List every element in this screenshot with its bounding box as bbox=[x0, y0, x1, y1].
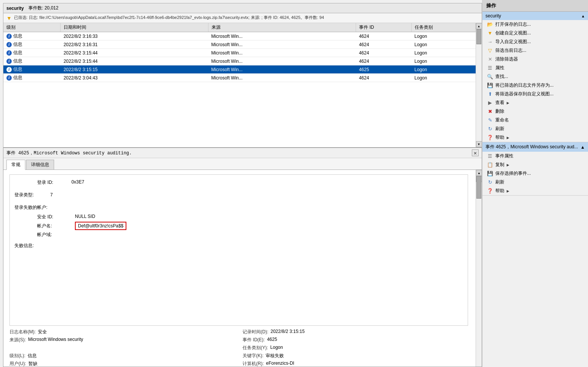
cell-datetime: 2022/8/2 3:16:33 bbox=[61, 32, 208, 40]
event-properties-icon: ☰ bbox=[487, 153, 493, 159]
cell-level: i信息 bbox=[3, 32, 61, 40]
cell-level: i信息 bbox=[3, 65, 61, 74]
sidebar-item-创建自定义视图...[interactable]: ▼ 创建自定义视图... bbox=[482, 29, 588, 37]
sidebar-section-event-expand: ▲ bbox=[580, 145, 585, 150]
col-eventid: 事件 ID bbox=[356, 23, 412, 32]
tab-details[interactable]: 详细信息 bbox=[26, 160, 54, 170]
sidebar-item-label: 帮助 bbox=[495, 134, 504, 141]
table-row[interactable]: i信息2022/8/2 3:16:31Microsoft Win...4624L… bbox=[3, 40, 476, 49]
cell-task: Logon bbox=[411, 32, 475, 40]
cell-event_id: 4624 bbox=[356, 32, 412, 40]
chevron-right-icon: ▶ bbox=[507, 189, 509, 193]
sidebar-section-event-title[interactable]: 事件 4625，Microsoft Windows security aud..… bbox=[482, 142, 588, 152]
sidebar-section-security-expand: ▲ bbox=[581, 14, 585, 18]
recorded-pair: 记录时间(D): 2022/8/2 3:15:15 bbox=[243, 329, 476, 335]
sidebar-section-security-title[interactable]: security ▲ bbox=[482, 12, 588, 20]
sidebar-item-打开保存的日志...[interactable]: 📂 打开保存的日志... bbox=[482, 20, 588, 29]
failure-info-label: 失败信息: bbox=[14, 243, 34, 248]
log-name-value: 安全 bbox=[38, 329, 47, 335]
refresh2-icon: ↻ bbox=[487, 179, 493, 185]
scroll-down[interactable]: ▼ bbox=[476, 141, 482, 147]
right-sidebar: 操作 security ▲ 📂 打开保存的日志... ▼ 创建自定义视图... … bbox=[482, 0, 588, 367]
detail-scroll-up[interactable]: ▲ bbox=[476, 170, 482, 176]
cell-task: Logon bbox=[411, 65, 475, 74]
info-icon: i bbox=[6, 50, 12, 56]
source-value: Microsoft Windows security bbox=[28, 337, 83, 343]
sidebar-item-保存选择的事件...[interactable]: 💾 保存选择的事件... bbox=[482, 169, 588, 178]
sidebar-item-label: 删除 bbox=[495, 108, 504, 115]
table-scrollbar[interactable]: ▲ ▼ bbox=[476, 23, 482, 147]
folder-open-icon: 📂 bbox=[487, 22, 493, 28]
cell-task: Logon bbox=[411, 74, 475, 82]
cell-level: i信息 bbox=[3, 49, 61, 57]
filter-icon: ▼ bbox=[6, 15, 12, 21]
account-name-row: 帐户名: Def@ultf0r3nz!csPa$$ bbox=[37, 222, 459, 230]
col-level: 级别 bbox=[3, 23, 61, 32]
sidebar-item-刷新[interactable]: ↻ 刷新 bbox=[482, 178, 588, 187]
info-icon: i bbox=[6, 75, 12, 81]
filter-text: 已筛选: 日志: file://C:\Users\sugob\AppData\L… bbox=[14, 15, 324, 20]
scroll-up[interactable]: ▲ bbox=[476, 23, 482, 29]
event-count: 事件数: 20,012 bbox=[28, 5, 58, 11]
sidebar-item-查看[interactable]: ▶ 查看 ▶ bbox=[482, 98, 588, 107]
sidebar-item-筛选当前日志...[interactable]: ▽ 筛选当前日志... bbox=[482, 46, 588, 55]
sidebar-section-security-label: security bbox=[485, 13, 501, 19]
detail-close-button[interactable]: ✕ bbox=[472, 149, 479, 156]
detail-tabs: 常规 详细信息 bbox=[3, 158, 482, 170]
sidebar-item-属性[interactable]: ☰ 属性 bbox=[482, 64, 588, 72]
cell-datetime: 2022/8/2 3:15:44 bbox=[61, 49, 208, 57]
cell-event_id: 4624 bbox=[356, 40, 412, 49]
sidebar-item-查找...[interactable]: 🔍 查找... bbox=[482, 72, 588, 81]
table-row[interactable]: i信息2022/8/2 3:16:33Microsoft Win...4624L… bbox=[3, 32, 476, 40]
info-icon: i bbox=[6, 42, 12, 47]
sidebar-item-label: 帮助 bbox=[495, 188, 504, 194]
event-table: 级别 日期和时间 来源 事件 ID 任务类别 i信息2022/8/2 3:16:… bbox=[3, 23, 476, 147]
sidebar-item-将已筛选的日志文件另存为...[interactable]: 💾 将已筛选的日志文件另存为... bbox=[482, 81, 588, 90]
source-pair: 来源(S): Microsoft Windows security bbox=[9, 337, 243, 343]
detail-content: 登录 ID: 0x3E7 登录类型: 7 登录失败的帐户: 安全 ID: NUL… bbox=[3, 170, 482, 367]
table-row[interactable]: i信息2022/8/2 3:15:44Microsoft Win...4624L… bbox=[3, 49, 476, 57]
account-domain-row: 帐户域: bbox=[37, 232, 459, 238]
logon-id-row: 登录 ID: 0x3E7 bbox=[14, 179, 459, 186]
table-row[interactable]: i信息2022/8/2 3:15:44Microsoft Win...4624L… bbox=[3, 57, 476, 65]
info-icon: i bbox=[6, 59, 12, 64]
level-label: 级别(L): bbox=[9, 353, 25, 359]
sidebar-item-将筛选器保存到自定义视图...[interactable]: ⬆ 将筛选器保存到自定义视图... bbox=[482, 90, 588, 98]
detail-scrollbar[interactable]: ▲ ▼ bbox=[476, 170, 482, 367]
table-row[interactable]: i信息2022/8/2 3:15:15Microsoft Win...4625L… bbox=[3, 65, 476, 74]
filter-create-icon: ▼ bbox=[487, 30, 493, 36]
delete-icon: ✖ bbox=[487, 109, 493, 115]
sidebar-item-label: 事件属性 bbox=[495, 153, 513, 159]
log-title: security bbox=[6, 6, 24, 11]
recorded-label: 记录时间(D): bbox=[243, 329, 268, 335]
help-icon: ❓ bbox=[487, 135, 493, 141]
sidebar-item-删除[interactable]: ✖ 删除 bbox=[482, 107, 588, 116]
sidebar-item-帮助[interactable]: ❓ 帮助 ▶ bbox=[482, 187, 588, 195]
sidebar-item-清除筛选器[interactable]: ✕ 清除筛选器 bbox=[482, 55, 588, 64]
table-row[interactable]: i信息2022/8/2 3:04:43Microsoft Win...4624L… bbox=[3, 74, 476, 82]
tab-general[interactable]: 常规 bbox=[6, 160, 25, 170]
cell-event_id: 4624 bbox=[356, 49, 412, 57]
sidebar-item-刷新[interactable]: ↻ 刷新 bbox=[482, 124, 588, 133]
sidebar-item-帮助[interactable]: ❓ 帮助 ▶ bbox=[482, 133, 588, 142]
cell-source: Microsoft Win... bbox=[208, 57, 356, 65]
logon-id-label: 登录 ID: bbox=[14, 179, 53, 186]
copy-icon: 📋 bbox=[487, 162, 493, 168]
security-id-value: NULL SID bbox=[60, 214, 95, 220]
cell-datetime: 2022/8/2 3:15:15 bbox=[61, 65, 208, 74]
cell-task: Logon bbox=[411, 40, 475, 49]
sidebar-item-重命名[interactable]: ✎ 重命名 bbox=[482, 116, 588, 124]
account-name-value: Def@ultf0r3nz!csPa$$ bbox=[75, 222, 126, 230]
chevron-right-icon: ▶ bbox=[507, 136, 509, 140]
failure-info-row: 失败信息: bbox=[14, 243, 459, 249]
logon-id-value: 0x3E7 bbox=[62, 179, 84, 186]
detail-panel: 事件 4625，Microsoft Windows security audit… bbox=[3, 148, 482, 367]
view-icon: ▶ bbox=[487, 100, 493, 106]
sidebar-item-复制[interactable]: 📋 复制 ▶ bbox=[482, 160, 588, 169]
import-icon: → bbox=[487, 39, 493, 45]
cell-datetime: 2022/8/2 3:16:31 bbox=[61, 40, 208, 49]
sidebar-item-事件属性[interactable]: ☰ 事件属性 bbox=[482, 152, 588, 160]
sidebar-item-导入自定义视图...[interactable]: → 导入自定义视图... bbox=[482, 37, 588, 46]
level-value: 信息 bbox=[28, 353, 37, 359]
save-filter-icon: ⬆ bbox=[487, 91, 493, 97]
